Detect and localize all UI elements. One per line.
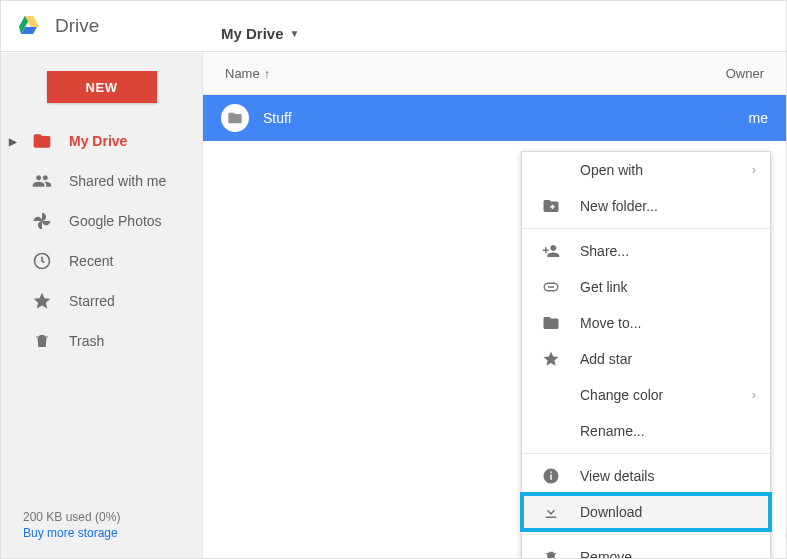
ctx-rename[interactable]: Rename... [522,413,770,449]
clock-icon [31,250,53,272]
location-label: My Drive [221,25,284,42]
sidebar-item-label: My Drive [69,133,127,149]
download-icon [540,501,562,523]
sort-asc-icon: ↑ [264,67,270,81]
ctx-add-star[interactable]: Add star [522,341,770,377]
sidebar-nav: ▶ My Drive Shared with me Google Photos [1,121,202,361]
chevron-right-icon: › [752,388,756,402]
storage-used: 200 KB used (0%) [23,510,120,524]
ctx-label: Download [580,504,642,520]
trash-icon [31,330,53,352]
sidebar-item-label: Recent [69,253,113,269]
svg-rect-13 [550,472,552,474]
ctx-view-details[interactable]: View details [522,458,770,494]
location-selector[interactable]: My Drive ▼ [221,13,299,53]
people-icon [31,170,53,192]
ctx-label: New folder... [580,198,658,214]
column-name[interactable]: Name ↑ [225,66,704,81]
ctx-remove[interactable]: Remove [522,539,770,559]
star-icon [540,348,562,370]
sidebar-item-google-photos[interactable]: Google Photos [1,201,202,241]
sidebar-item-starred[interactable]: Starred [1,281,202,321]
sidebar-item-label: Google Photos [69,213,162,229]
new-folder-icon [540,195,562,217]
ctx-label: Change color [580,387,663,403]
sidebar-item-label: Starred [69,293,115,309]
divider [522,534,770,535]
ctx-label: Add star [580,351,632,367]
context-menu: Open with › New folder... Share... [521,151,771,559]
app-title: Drive [55,15,99,37]
folder-icon [540,312,562,334]
new-button[interactable]: NEW [47,71,157,103]
ctx-label: Share... [580,243,629,259]
ctx-open-with[interactable]: Open with › [522,152,770,188]
folder-icon [31,130,53,152]
blank-icon [540,159,562,181]
person-add-icon [540,240,562,262]
ctx-label: View details [580,468,654,484]
star-icon [31,290,53,312]
svg-rect-12 [550,475,552,480]
column-name-label: Name [225,66,260,81]
ctx-label: Remove [580,549,632,559]
ctx-label: Move to... [580,315,641,331]
ctx-new-folder[interactable]: New folder... [522,188,770,224]
sidebar: NEW ▶ My Drive Shared with me Google Pho… [1,53,203,558]
divider [522,228,770,229]
ctx-change-color[interactable]: Change color › [522,377,770,413]
sidebar-item-label: Trash [69,333,104,349]
sidebar-item-label: Shared with me [69,173,166,189]
divider [522,453,770,454]
chevron-right-icon: › [752,163,756,177]
google-photos-icon [31,210,53,232]
blank-icon [540,420,562,442]
blank-icon [540,384,562,406]
sidebar-item-my-drive[interactable]: ▶ My Drive [1,121,202,161]
table-row[interactable]: Stuff me [203,95,786,141]
folder-chip-icon [221,104,249,132]
row-name: Stuff [263,110,292,126]
link-icon [540,276,562,298]
sidebar-item-trash[interactable]: Trash [1,321,202,361]
buy-storage-link[interactable]: Buy more storage [23,526,120,540]
ctx-move-to[interactable]: Move to... [522,305,770,341]
row-owner: me [749,110,768,126]
ctx-label: Rename... [580,423,645,439]
caret-right-icon: ▶ [9,136,17,147]
ctx-share[interactable]: Share... [522,233,770,269]
column-owner[interactable]: Owner [704,66,764,81]
main-area: My Drive ▼ Name ↑ Owner Stuff me Open wi… [203,53,786,558]
sidebar-item-shared-with-me[interactable]: Shared with me [1,161,202,201]
list-header: Name ↑ Owner [203,53,786,95]
storage-info: 200 KB used (0%) Buy more storage [23,510,120,540]
topbar: Drive [1,1,786,51]
ctx-download[interactable]: Download [522,494,770,530]
drive-logo-icon [17,14,41,38]
sidebar-item-recent[interactable]: Recent [1,241,202,281]
ctx-label: Get link [580,279,627,295]
ctx-get-link[interactable]: Get link [522,269,770,305]
divider [1,51,786,52]
ctx-label: Open with [580,162,643,178]
info-icon [540,465,562,487]
trash-icon [540,546,562,559]
caret-down-icon: ▼ [290,28,300,39]
